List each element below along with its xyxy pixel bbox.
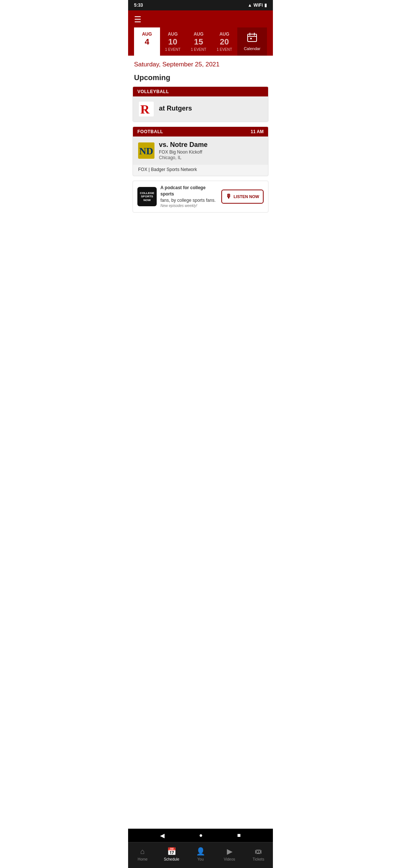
football-event-location: Chicago, IL [159, 155, 263, 160]
date-tab-aug20[interactable]: AUG 20 1 EVENT [212, 27, 238, 56]
football-event-subtitle: FOX Big Noon Kickoff [159, 149, 263, 155]
date-tab-aug4[interactable]: AUG 4 [134, 27, 160, 56]
svg-rect-4 [250, 38, 252, 39]
main-content: Saturday, September 25, 2021 Upcoming VO… [128, 56, 273, 263]
volleyball-event-card[interactable]: VOLLEYBALL R at Rutgers [133, 86, 268, 122]
listen-now-button[interactable]: 🎙 LISTEN NOW [221, 190, 264, 204]
status-icons: ▲ WiFi ▮ [248, 3, 267, 8]
football-card-header: FOOTBALL 11 AM [133, 127, 268, 137]
section-label: Upcoming [128, 72, 273, 86]
microphone-icon: 🎙 [226, 193, 232, 200]
volleyball-card-header: VOLLEYBALL [133, 87, 268, 96]
calendar-button[interactable]: Calendar [237, 27, 267, 56]
status-time: 5:33 [134, 3, 143, 8]
header: ☰ AUG 4 AUG 10 1 EVENT AUG 15 1 EVENT AU… [128, 10, 273, 56]
volleyball-event-title: at Rutgers [159, 105, 263, 112]
date-tabs: AUG 4 AUG 10 1 EVENT AUG 15 1 EVENT AUG … [134, 27, 267, 56]
svg-rect-0 [248, 34, 257, 42]
date-heading: Saturday, September 25, 2021 [128, 56, 273, 72]
svg-text:R: R [140, 102, 150, 116]
football-event-title: vs. Notre Dame [159, 141, 263, 149]
volleyball-sport-label: VOLLEYBALL [137, 89, 169, 94]
football-event-info: vs. Notre Dame FOX Big Noon Kickoff Chic… [159, 141, 263, 160]
volleyball-event-info: at Rutgers [159, 105, 263, 113]
calendar-icon [247, 32, 257, 45]
status-bar: 5:33 ▲ WiFi ▮ [128, 0, 273, 10]
podcast-banner: COLLEGE SPORTS NOW A podcast for college… [133, 181, 268, 213]
football-event-body: ND vs. Notre Dame FOX Big Noon Kickoff C… [133, 137, 268, 165]
football-event-network: FOX | Badger Sports Network [133, 165, 268, 176]
football-event-time: 11 AM [251, 129, 264, 134]
date-tab-aug15[interactable]: AUG 15 1 EVENT [186, 27, 212, 56]
rutgers-logo: R [138, 101, 154, 117]
nd-logo: ND [138, 142, 154, 159]
svg-rect-1 [248, 36, 257, 37]
podcast-text: A podcast for college sports fans, by co… [160, 185, 218, 208]
volleyball-event-body: R at Rutgers [133, 96, 268, 122]
podcast-logo: COLLEGE SPORTS NOW [137, 187, 157, 206]
football-sport-label: FOOTBALL [137, 129, 163, 134]
date-tab-aug10[interactable]: AUG 10 1 EVENT [160, 27, 186, 56]
svg-text:ND: ND [139, 146, 153, 157]
football-event-card[interactable]: FOOTBALL 11 AM ND vs. Notre Dame FOX Big… [133, 126, 268, 176]
calendar-label: Calendar [244, 46, 261, 51]
hamburger-button[interactable]: ☰ [134, 15, 141, 24]
